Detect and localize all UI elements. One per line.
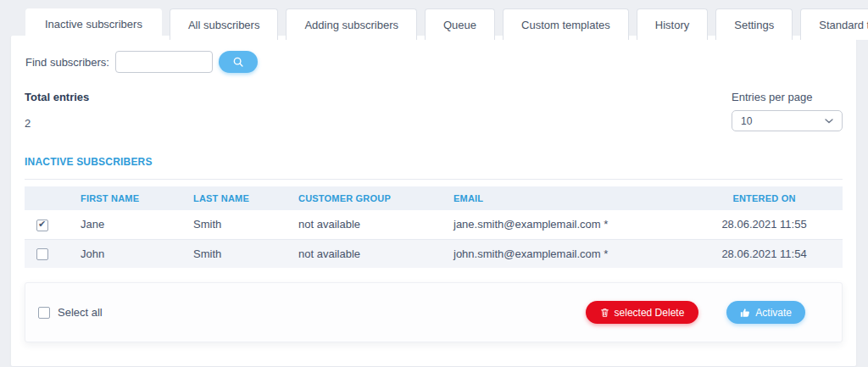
table-header-row: FIRST NAME LAST NAME CUSTOMER GROUP EMAI… (25, 186, 843, 210)
search-label: Find subscribers: (25, 56, 109, 69)
row-checkbox[interactable] (36, 220, 48, 231)
tab-queue[interactable]: Queue (425, 8, 495, 40)
entries-per-page: Entries per page 10 (732, 91, 843, 131)
tab-settings[interactable]: Settings (715, 8, 793, 40)
cell-entered-on: 28.06.2021 11:55 (694, 210, 843, 239)
select-all[interactable]: Select all (38, 306, 103, 319)
search-icon (232, 56, 244, 68)
total-entries-label: Total entries (25, 91, 89, 103)
header-first-name: FIRST NAME (72, 186, 185, 210)
header-checkbox-col (25, 186, 72, 210)
activate-button[interactable]: Activate (726, 301, 805, 324)
row-checkbox[interactable] (36, 248, 48, 260)
tab-history[interactable]: History (637, 8, 708, 40)
subscribers-table: FIRST NAME LAST NAME CUSTOMER GROUP EMAI… (25, 186, 843, 268)
tab-custom-templates[interactable]: Custom templates (503, 8, 629, 40)
cell-first-name: Jane (72, 210, 185, 239)
total-entries: Total entries 2 (25, 91, 89, 131)
thumbs-up-icon (740, 308, 750, 318)
tab-standard-templates[interactable]: Standard templates (800, 8, 868, 40)
tab-inactive-subscribers[interactable]: Inactive subscribers (25, 8, 162, 40)
search-row: Find subscribers: (25, 51, 843, 73)
total-entries-value: 2 (25, 117, 89, 130)
meta-row: Total entries 2 Entries per page 10 (25, 91, 843, 131)
tab-all-subscribers[interactable]: All subscribers (170, 8, 279, 40)
cell-email: john.smith@examplemail.com * (445, 239, 694, 268)
header-last-name: LAST NAME (185, 186, 290, 210)
header-customer-group: CUSTOMER GROUP (290, 186, 445, 210)
content-panel: Find subscribers: Total entries 2 Entrie… (11, 36, 856, 366)
cell-customer-group: not available (290, 239, 445, 268)
tab-bar: Inactive subscribers All subscribers Add… (25, 8, 868, 40)
search-input[interactable] (115, 51, 213, 73)
cell-customer-group: not available (290, 210, 445, 239)
activate-label: Activate (755, 307, 792, 319)
cell-last-name: Smith (185, 239, 290, 268)
header-email: EMAIL (445, 186, 694, 210)
select-all-checkbox[interactable] (38, 307, 50, 319)
tab-adding-subscribers[interactable]: Adding subscribers (286, 8, 417, 40)
search-button[interactable] (219, 51, 258, 73)
table-row: Jane Smith not available jane.smith@exam… (25, 210, 843, 239)
delete-selected-label: selected Delete (615, 307, 685, 319)
trash-icon (600, 308, 609, 318)
action-bar: Select all selected Delete Activate (25, 282, 843, 342)
cell-first-name: John (72, 239, 185, 268)
section-title: INACTIVE SUBSCRIBERS (25, 156, 843, 168)
table-row: John Smith not available john.smith@exam… (25, 239, 843, 268)
entries-per-page-label: Entries per page (732, 91, 843, 103)
delete-selected-button[interactable]: selected Delete (586, 301, 699, 324)
header-entered-on: ENTERED ON (694, 186, 843, 210)
button-group: selected Delete Activate (586, 301, 805, 324)
select-all-label: Select all (58, 306, 103, 319)
divider (25, 179, 843, 180)
entries-per-page-value: 10 (741, 115, 752, 127)
cell-email: jane.smith@examplemail.com * (445, 210, 694, 239)
cell-last-name: Smith (185, 210, 290, 239)
entries-per-page-select[interactable]: 10 (732, 110, 843, 131)
chevron-down-icon (825, 119, 833, 124)
cell-entered-on: 28.06.2021 11:54 (694, 239, 843, 268)
